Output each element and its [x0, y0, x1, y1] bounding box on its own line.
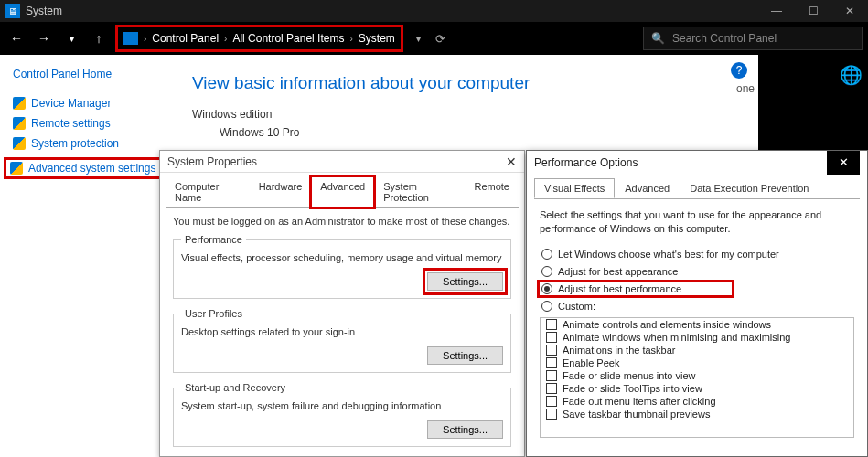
performance-settings-button[interactable]: Settings...: [427, 272, 503, 291]
dialog-title: Performance Options: [534, 156, 638, 169]
advanced-system-settings-link[interactable]: Advanced system settings: [4, 157, 177, 179]
performance-desc: Visual effects, processor scheduling, me…: [181, 252, 503, 263]
user-profiles-group: User Profiles Desktop settings related t…: [173, 308, 511, 373]
left-nav: Control Panel Home Device Manager Remote…: [0, 55, 165, 457]
address-bar: ← → ▾ ↑ › Control Panel › All Control Pa…: [0, 22, 868, 55]
radio-custom[interactable]: Custom:: [540, 300, 854, 313]
check-save-thumbnails[interactable]: Save taskbar thumbnail previews: [541, 408, 853, 420]
search-input[interactable]: 🔍 Search Control Panel: [643, 27, 863, 50]
checkbox-icon: [546, 409, 557, 420]
effects-checklist[interactable]: Animate controls and elements inside win…: [540, 317, 854, 438]
admin-note: You must be logged on as an Administrato…: [173, 216, 511, 227]
check-animate-windows[interactable]: Animate windows when minimising and maxi…: [541, 331, 853, 344]
performance-options-dialog: Performance Options ✕ Visual Effects Adv…: [526, 150, 868, 457]
search-placeholder: Search Control Panel: [672, 32, 777, 45]
system-protection-link[interactable]: System protection: [13, 137, 157, 150]
check-taskbar-anim[interactable]: Animations in the taskbar: [541, 344, 853, 356]
checkbox-icon: [546, 332, 557, 343]
checkbox-icon: [546, 383, 557, 394]
tab-visual-effects[interactable]: Visual Effects: [534, 178, 615, 198]
advanced-panel: You must be logged on as an Administrato…: [166, 207, 519, 457]
chevron-right-icon: ›: [349, 34, 352, 44]
check-fade-menus[interactable]: Fade or slide menus into view: [541, 369, 853, 382]
perfopts-tabs: Visual Effects Advanced Data Execution P…: [527, 175, 867, 198]
minimize-button[interactable]: —: [758, 0, 795, 22]
check-enable-peek[interactable]: Enable Peek: [541, 356, 853, 369]
recent-dropdown[interactable]: ▾: [60, 27, 82, 49]
dialog-titlebar: Performance Options ✕: [527, 151, 867, 175]
startup-desc: System start-up, system failure and debu…: [181, 400, 503, 411]
system-icon: 🖥: [5, 4, 20, 18]
windows-edition-value: Windows 10 Pro: [192, 126, 749, 139]
up-button[interactable]: ↑: [88, 27, 110, 49]
back-button[interactable]: ←: [5, 27, 27, 49]
radio-let-windows-choose[interactable]: Let Windows choose what's best for my co…: [540, 248, 854, 260]
maximize-button[interactable]: ☐: [795, 0, 831, 22]
shield-icon: [13, 97, 26, 110]
chevron-right-icon: ›: [224, 34, 227, 44]
pc-icon: [123, 32, 138, 45]
checkbox-icon: [546, 319, 557, 330]
tab-advanced[interactable]: Advanced: [615, 178, 680, 198]
dialog-title: System Properties: [167, 155, 257, 168]
help-icon[interactable]: ?: [731, 62, 747, 79]
radio-icon: [541, 249, 552, 260]
checkbox-icon: [546, 370, 557, 381]
tab-remote[interactable]: Remote: [465, 176, 519, 207]
user-profiles-settings-button[interactable]: Settings...: [427, 346, 503, 365]
shield-icon: [13, 117, 26, 130]
performance-legend: Performance: [181, 234, 246, 245]
partial-text: one: [736, 82, 755, 95]
device-manager-link[interactable]: Device Manager: [13, 97, 157, 110]
visual-effects-panel: Select the settings that you want to use…: [534, 198, 860, 447]
radio-best-performance[interactable]: Adjust for best performance: [540, 282, 732, 295]
chevron-right-icon: ›: [144, 34, 146, 44]
control-panel-home-link[interactable]: Control Panel Home: [13, 68, 157, 80]
search-icon: 🔍: [651, 32, 665, 45]
close-button[interactable]: ✕: [831, 0, 868, 22]
radio-icon: [541, 266, 552, 277]
titlebar: 🖥 System — ☐ ✕: [0, 0, 868, 22]
tab-computer-name[interactable]: Computer Name: [166, 176, 250, 207]
crumb-control-panel[interactable]: Control Panel: [152, 32, 219, 45]
sysprops-tabs: Computer Name Hardware Advanced System P…: [160, 173, 524, 207]
radio-icon: [541, 283, 552, 294]
breadcrumb[interactable]: › Control Panel › All Control Panel Item…: [115, 25, 403, 52]
address-dropdown[interactable]: ▾: [416, 34, 421, 44]
checkbox-icon: [546, 357, 557, 368]
user-profiles-desc: Desktop settings related to your sign-in: [181, 326, 503, 337]
check-fade-menu-items[interactable]: Fade out menu items after clicking: [541, 395, 853, 408]
user-profiles-legend: User Profiles: [181, 308, 246, 319]
page-title: View basic information about your comput…: [192, 73, 749, 93]
globe-icon: 🌐: [840, 64, 863, 86]
checkbox-icon: [546, 345, 557, 356]
dialog-titlebar: System Properties ✕: [160, 151, 524, 173]
tab-advanced[interactable]: Advanced: [311, 176, 374, 207]
startup-legend: Start-up and Recovery: [181, 382, 289, 393]
startup-recovery-group: Start-up and Recovery System start-up, s…: [173, 382, 511, 447]
check-fade-tooltips[interactable]: Fade or slide ToolTips into view: [541, 382, 853, 395]
startup-settings-button[interactable]: Settings...: [427, 420, 503, 439]
window-title: System: [26, 5, 758, 17]
check-animate-controls[interactable]: Animate controls and elements inside win…: [541, 318, 853, 331]
checkbox-icon: [546, 396, 557, 407]
shield-icon: [10, 162, 23, 175]
tab-dep[interactable]: Data Execution Prevention: [680, 178, 819, 198]
close-button[interactable]: ✕: [827, 151, 860, 175]
refresh-button[interactable]: ⟳: [435, 32, 445, 46]
radio-icon: [541, 301, 552, 312]
forward-button[interactable]: →: [33, 27, 55, 49]
close-icon[interactable]: ✕: [506, 154, 517, 169]
tab-hardware[interactable]: Hardware: [250, 176, 312, 207]
windows-edition-label: Windows edition: [192, 108, 749, 121]
instructions: Select the settings that you want to use…: [540, 208, 854, 237]
crumb-all-items[interactable]: All Control Panel Items: [232, 32, 344, 45]
remote-settings-link[interactable]: Remote settings: [13, 117, 157, 130]
performance-group: Performance Visual effects, processor sc…: [173, 234, 511, 299]
tab-system-protection[interactable]: System Protection: [374, 176, 465, 207]
system-properties-dialog: System Properties ✕ Computer Name Hardwa…: [159, 150, 525, 457]
shield-icon: [13, 137, 26, 150]
radio-best-appearance[interactable]: Adjust for best appearance: [540, 265, 854, 278]
crumb-system[interactable]: System: [359, 32, 395, 45]
